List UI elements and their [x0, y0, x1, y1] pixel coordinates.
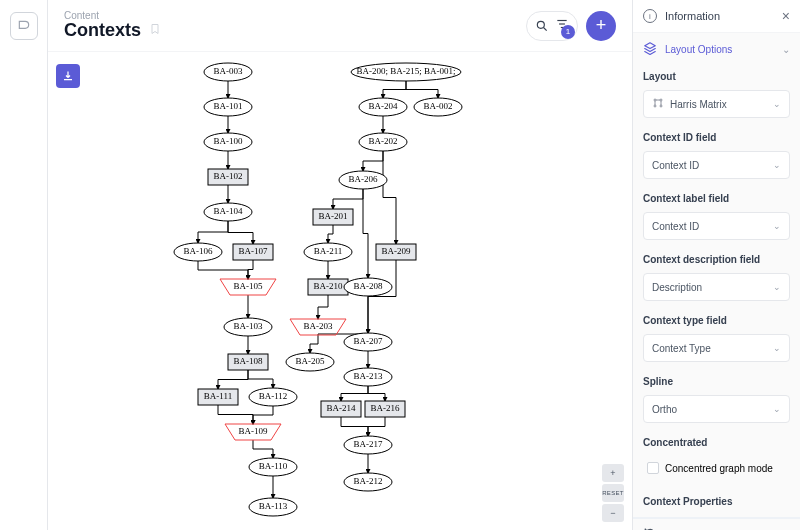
layout-options-label: Layout Options [665, 44, 732, 55]
svg-text:BA-212: BA-212 [354, 476, 383, 486]
svg-point-71 [654, 99, 656, 101]
accordion-layout-options[interactable]: Layout Options ⌄ [633, 33, 800, 65]
spline-select[interactable]: Ortho ⌄ [643, 395, 790, 423]
svg-text:BA-110: BA-110 [259, 461, 288, 471]
filter-badge: 1 [561, 25, 575, 39]
svg-text:BA-214: BA-214 [327, 403, 356, 413]
svg-text:BA-002: BA-002 [424, 101, 453, 111]
svg-text:BA-105: BA-105 [234, 281, 263, 291]
svg-text:BA-109: BA-109 [239, 426, 268, 436]
search-filter-pill[interactable]: 1 [526, 11, 578, 41]
svg-text:BA-101: BA-101 [214, 101, 243, 111]
main-area: Content Contexts 1 + [48, 0, 632, 530]
svg-text:BA-202: BA-202 [369, 136, 398, 146]
svg-text:BA-216: BA-216 [371, 403, 400, 413]
layout-label: Layout [643, 71, 790, 82]
svg-text:BA-113: BA-113 [259, 501, 288, 511]
svg-text:BA-208: BA-208 [354, 281, 383, 291]
svg-text:BA-103: BA-103 [234, 321, 263, 331]
chevron-down-icon: ⌄ [782, 44, 790, 55]
svg-text:BA-205: BA-205 [296, 356, 325, 366]
add-button[interactable]: + [586, 11, 616, 41]
ctx-label-label: Context label field [643, 193, 790, 204]
svg-text:BA-104: BA-104 [214, 206, 243, 216]
svg-point-0 [537, 21, 544, 28]
svg-text:BA-206: BA-206 [349, 174, 378, 184]
right-panel: i Information × Layout Options ⌄ Layout … [632, 0, 800, 530]
zoom-reset-button[interactable]: RESET [602, 484, 624, 502]
ctx-id-label: Context ID field [643, 132, 790, 143]
svg-text:BA-209: BA-209 [382, 246, 411, 256]
svg-point-74 [660, 105, 662, 107]
svg-text:BA-217: BA-217 [354, 439, 383, 449]
svg-text:BA-211: BA-211 [314, 246, 343, 256]
svg-text:BA-111: BA-111 [204, 391, 232, 401]
svg-text:BA-108: BA-108 [234, 356, 263, 366]
chevron-down-icon: ⌄ [773, 160, 781, 170]
svg-text:BA-100: BA-100 [214, 136, 243, 146]
svg-text:BA-204: BA-204 [369, 101, 398, 111]
svg-text:BA-107: BA-107 [239, 246, 268, 256]
matrix-icon [652, 97, 664, 111]
svg-text:BA-106: BA-106 [184, 246, 213, 256]
close-icon[interactable]: × [782, 8, 790, 24]
zoom-in-button[interactable]: + [602, 464, 624, 482]
chevron-down-icon: ⌄ [773, 221, 781, 231]
chevron-down-icon: ⌄ [773, 282, 781, 292]
concentrated-checkbox[interactable] [647, 462, 659, 474]
svg-text:BA-112: BA-112 [259, 391, 288, 401]
chevron-down-icon: ⌄ [773, 404, 781, 414]
concentrated-label: Concentrated [643, 437, 790, 448]
spline-label: Spline [643, 376, 790, 387]
chevron-down-icon: ⌄ [773, 99, 781, 109]
ctx-id-select[interactable]: Context ID ⌄ [643, 151, 790, 179]
zoom-out-button[interactable]: − [602, 504, 624, 522]
ctx-type-select[interactable]: Context Type ⌄ [643, 334, 790, 362]
svg-point-72 [660, 99, 662, 101]
app-sidebar [0, 0, 48, 530]
ctx-desc-select[interactable]: Description ⌄ [643, 273, 790, 301]
context-properties-label: Context Properties [643, 496, 790, 507]
layout-options-body: Layout Harris Matrix ⌄ Context ID field … [633, 65, 800, 517]
panel-info-title: Information [665, 10, 720, 22]
concentrated-checkbox-row[interactable]: Concentred graph mode [643, 456, 790, 480]
svg-text:BA-102: BA-102 [214, 171, 243, 181]
ctx-type-label: Context type field [643, 315, 790, 326]
page-title: Contexts [64, 21, 141, 41]
bookmark-icon[interactable] [149, 22, 161, 39]
svg-text:BA-203: BA-203 [304, 321, 333, 331]
harris-matrix-graph: BA-003BA-101BA-100BA-102BA-104BA-106BA-1… [48, 52, 632, 530]
ctx-label-select[interactable]: Context ID ⌄ [643, 212, 790, 240]
svg-line-1 [544, 27, 547, 30]
auto-refresh-row[interactable]: Auto Refresh ⌄ [633, 518, 800, 530]
svg-text:BA-201: BA-201 [319, 211, 348, 221]
layers-icon [643, 41, 657, 57]
page-header: Content Contexts 1 + [48, 0, 632, 52]
layout-select[interactable]: Harris Matrix ⌄ [643, 90, 790, 118]
graph-canvas[interactable]: BA-003BA-101BA-100BA-102BA-104BA-106BA-1… [48, 52, 632, 530]
svg-text:BA-210: BA-210 [314, 281, 343, 291]
svg-text:BA-200; BA-215; BA-001;: BA-200; BA-215; BA-001; [357, 66, 456, 76]
info-icon: i [643, 9, 657, 23]
search-icon [535, 19, 549, 33]
panel-info-header: i Information × [633, 0, 800, 33]
svg-point-73 [654, 105, 656, 107]
app-logo-icon[interactable] [10, 12, 38, 40]
svg-text:BA-213: BA-213 [354, 371, 383, 381]
chevron-down-icon: ⌄ [773, 343, 781, 353]
ctx-desc-label: Context description field [643, 254, 790, 265]
svg-text:BA-003: BA-003 [214, 66, 243, 76]
svg-text:BA-207: BA-207 [354, 336, 383, 346]
